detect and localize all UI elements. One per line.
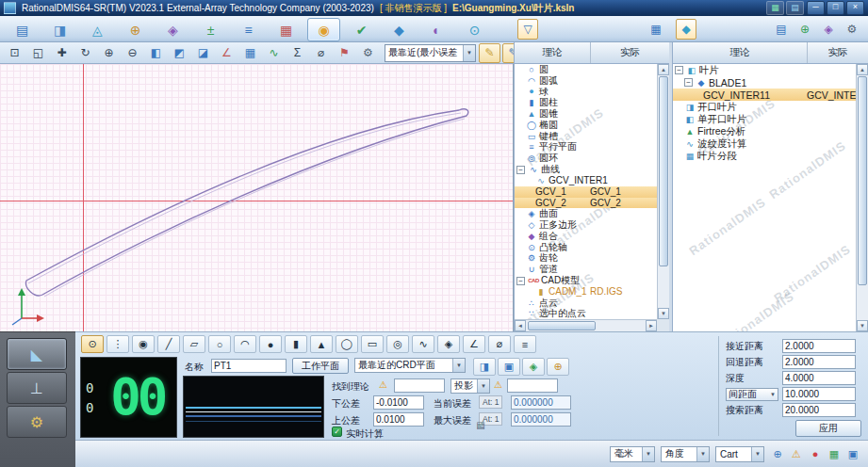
pan-icon[interactable]: ✚ <box>51 43 73 63</box>
chevron-down-icon[interactable]: ▼ <box>770 392 776 397</box>
layout-icon[interactable]: ▣ <box>845 446 860 461</box>
panel-menu-icon[interactable]: ▦ <box>646 19 666 40</box>
scroll-down-icon[interactable]: ▼ <box>857 320 868 331</box>
tree-item[interactable]: − ∿ 曲线 <box>515 164 657 175</box>
minimize-button[interactable]: ─ <box>807 1 825 15</box>
vertical-scrollbar[interactable]: ▲ ▼ <box>657 64 669 319</box>
ribbon-tab-8[interactable]: ▦ <box>270 18 303 41</box>
max-error-value[interactable] <box>511 412 571 427</box>
param-input[interactable] <box>782 403 856 417</box>
slot-feature-icon[interactable]: ▭ <box>361 335 384 353</box>
angle-dropdown[interactable]: 角度 ▼ <box>661 446 710 462</box>
vector-point-icon[interactable]: ◉ <box>132 335 155 353</box>
units-dropdown[interactable]: 毫米 ▼ <box>610 446 655 462</box>
torus-feature-icon[interactable]: ◎ <box>386 335 409 353</box>
upper-tolerance-input[interactable] <box>373 412 424 427</box>
tree-item[interactable]: − ◧ 叶片 <box>673 64 856 76</box>
plane-icon[interactable]: ▱ <box>183 335 205 353</box>
tree-item[interactable]: ▭ 键槽 <box>515 131 657 142</box>
ribbon-tab-13[interactable]: ⊙ <box>458 18 491 41</box>
tree-item[interactable]: ⚙ 齿轮 <box>515 253 657 265</box>
tree-item[interactable]: ▲ 圆锥 <box>515 108 657 120</box>
surface-feature-icon[interactable]: ◈ <box>437 335 460 353</box>
scroll-thumb[interactable] <box>858 76 867 285</box>
ellipse-feature-icon[interactable]: ◯ <box>336 335 358 353</box>
scroll-up-icon[interactable]: ▲ <box>658 64 669 75</box>
view-top-icon[interactable]: ◩ <box>169 43 190 63</box>
tree-item[interactable]: ≡ 平行平面 <box>515 142 657 153</box>
tree-item[interactable]: ○ 圆 <box>515 64 657 75</box>
fit-plane-dropdown[interactable]: 最靠近的CRD平面 ▼ <box>354 358 466 373</box>
probe-mode-button[interactable]: ⊥ <box>7 372 67 404</box>
cone-feature-icon[interactable]: ▲ <box>310 335 333 353</box>
chevron-down-icon[interactable]: ▼ <box>477 379 489 393</box>
find-theory-input[interactable] <box>394 378 445 393</box>
expander-icon[interactable]: − <box>516 166 525 174</box>
ribbon-tab-10[interactable]: ✔ <box>345 18 378 41</box>
tree-item[interactable]: ∿ 波纹度计算 <box>673 137 856 150</box>
confirm2-icon[interactable]: ✔ <box>473 418 488 431</box>
tree-item[interactable]: − CAD CAD模型 <box>515 275 657 286</box>
circle-feature-icon[interactable]: ○ <box>208 335 231 353</box>
maximize-button[interactable]: □ <box>827 1 844 15</box>
ribbon-tab-2[interactable]: ◨ <box>43 18 76 41</box>
probe-position-icon[interactable]: ⊕ <box>770 446 785 461</box>
chevron-down-icon[interactable]: ▼ <box>463 45 475 61</box>
tree-item[interactable]: ▲ Firtree分析 <box>673 125 856 137</box>
blade-report-icon[interactable]: ▤ <box>771 19 792 40</box>
tree-item[interactable]: ∿ GCV_INTER1 <box>515 175 657 186</box>
arc-feature-icon[interactable]: ◠ <box>234 335 256 353</box>
rotate-icon[interactable]: ↻ <box>74 43 96 63</box>
view-mode-button[interactable]: ◣ <box>7 338 67 370</box>
blade-add-icon[interactable]: ⊕ <box>794 19 815 40</box>
param-input[interactable] <box>782 371 856 385</box>
expander-icon[interactable]: − <box>675 66 683 74</box>
tree-item[interactable]: GCV_1 GCV_1 <box>515 186 657 198</box>
parallel-feature-icon[interactable]: ≡ <box>514 335 536 353</box>
lower-tolerance-input[interactable] <box>373 395 424 410</box>
apply-button[interactable]: 应用 <box>795 420 861 437</box>
axis-icon[interactable]: ∠ <box>216 43 237 63</box>
close-button[interactable]: × <box>846 1 864 15</box>
grid-icon[interactable]: ▦ <box>239 43 261 63</box>
tree-item[interactable]: ▦ 叶片分段 <box>673 150 856 162</box>
tree-item[interactable]: ∵ 选中的点云 <box>515 309 657 319</box>
stats-icon[interactable]: ▦ <box>827 446 842 461</box>
ribbon-tab-7[interactable]: ≡ <box>232 18 265 41</box>
coordinate-dropdown[interactable]: Cart ▼ <box>715 446 764 462</box>
tree-item[interactable]: ● 球 <box>515 87 657 98</box>
tree-item[interactable]: ◧ 单开口叶片 <box>673 113 856 125</box>
graphics-viewport[interactable] <box>0 64 514 331</box>
curve-feature-icon[interactable]: ∿ <box>412 335 434 353</box>
scroll-right-icon[interactable]: ► <box>646 320 657 331</box>
tree-item[interactable]: ◎ 圆环 <box>515 153 657 164</box>
scroll-up-icon[interactable]: ▲ <box>857 64 868 75</box>
fit-mode-dropdown[interactable]: 最靠近(最小误差 ▼ <box>385 44 476 62</box>
current-error-value[interactable] <box>511 395 571 410</box>
tree-item[interactable]: ◆ 组合 <box>515 231 657 242</box>
view-iso-icon[interactable]: ◪ <box>192 43 214 63</box>
scroll-left-icon[interactable]: ◄ <box>515 320 526 331</box>
chevron-down-icon[interactable]: ▼ <box>751 447 763 461</box>
scroll-down-icon[interactable]: ▼ <box>658 308 669 319</box>
expander-icon[interactable]: − <box>516 277 525 285</box>
sphere-feature-icon[interactable]: ● <box>259 335 282 353</box>
sync-icon[interactable]: ⊕ <box>547 358 569 376</box>
temp-warning-icon[interactable]: ⚠ <box>789 446 804 461</box>
ribbon-tab-3[interactable]: ◬ <box>81 18 114 41</box>
chevron-down-icon[interactable]: ▼ <box>452 359 465 372</box>
view-front-icon[interactable]: ◧ <box>145 43 167 63</box>
param-input[interactable] <box>782 355 856 369</box>
param-input[interactable] <box>782 387 856 401</box>
zoom-out-icon[interactable]: ⊖ <box>122 43 143 63</box>
projection-dropdown[interactable]: 投影 ▼ <box>450 378 490 394</box>
blade-tree-icon[interactable]: ◆ <box>676 19 696 40</box>
point-group-icon[interactable]: ⋮ <box>106 335 129 353</box>
projection-input[interactable] <box>507 378 558 393</box>
tree-item[interactable]: ◠ 圆弧 <box>515 75 657 87</box>
blade-settings-icon[interactable]: ⚙ <box>842 19 862 40</box>
ribbon-tab-11[interactable]: ◆ <box>383 18 416 41</box>
tree-item[interactable]: GCV_2 GCV_2 <box>515 198 657 209</box>
tree-item[interactable]: ▮ CADM_1 RD.IGS <box>515 286 657 298</box>
blade-analysis-icon[interactable]: ◈ <box>818 19 839 40</box>
